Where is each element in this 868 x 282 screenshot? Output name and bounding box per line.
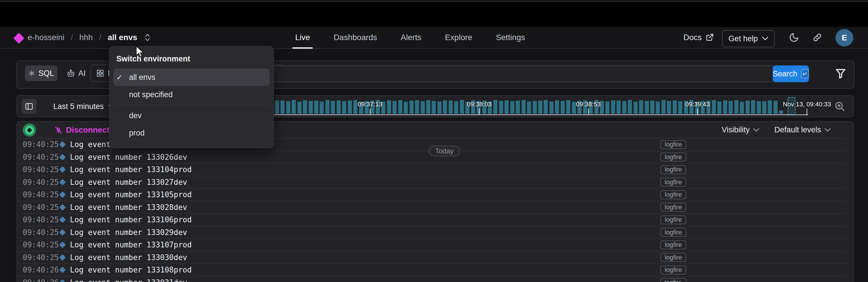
log-row[interactable]: 09:40:25Log event number 133029devlogfir… xyxy=(17,226,846,239)
histogram-bar xyxy=(298,102,302,114)
time-tick xyxy=(588,109,589,114)
log-row[interactable]: 09:40:25Log event number 133027devlogfir… xyxy=(17,176,846,189)
avatar-initial: E xyxy=(842,33,847,43)
log-timestamp: 09:40:25 xyxy=(23,241,59,249)
log-level-diamond-icon xyxy=(59,217,66,223)
zoom-in-button[interactable] xyxy=(834,100,846,112)
histogram-bar xyxy=(723,100,727,114)
top-highlight-line xyxy=(0,1,868,1)
search-button[interactable]: Search ↵ xyxy=(773,65,809,82)
env-option-dev[interactable]: dev xyxy=(114,107,270,124)
query-input[interactable] xyxy=(272,65,774,82)
log-message: Log event number 133108prod xyxy=(70,265,192,274)
histogram-bar xyxy=(617,101,621,114)
default-levels-label: Default levels xyxy=(774,125,821,134)
docs-label: Docs xyxy=(683,33,702,42)
env-option-all-envs[interactable]: ✓all envs xyxy=(114,68,270,86)
user-avatar[interactable]: E xyxy=(835,29,853,47)
log-row[interactable]: 09:40:25Log event number 133028devlogfir… xyxy=(17,201,846,214)
histogram-bar xyxy=(538,101,542,114)
histogram-bar xyxy=(516,101,520,114)
histogram-bar xyxy=(650,101,654,114)
env-option-not-specified[interactable]: not specified xyxy=(114,86,270,103)
histogram-bar xyxy=(633,102,638,114)
top-black-bar xyxy=(0,0,868,27)
log-row[interactable]: 09:40:25Log event number 133107prodlogfi… xyxy=(17,239,846,251)
environment-switcher-trigger[interactable]: all envs xyxy=(108,33,137,42)
histogram-bar xyxy=(645,101,649,114)
menu-divider xyxy=(114,105,269,105)
scope-badge: logfire xyxy=(660,228,686,237)
histogram-bar xyxy=(331,101,335,114)
breadcrumb-separator: / xyxy=(71,33,73,42)
tab-live[interactable]: Live xyxy=(295,27,310,48)
histogram-bar xyxy=(286,101,290,114)
updown-chevron-icon[interactable] xyxy=(144,33,151,42)
log-timestamp: 09:40:25 xyxy=(23,253,59,262)
docs-link[interactable]: Docs xyxy=(683,27,714,48)
log-timestamp: 09:40:25 xyxy=(23,190,59,199)
visibility-label: Visibility xyxy=(722,125,750,134)
time-range-selector[interactable]: Last 5 minutes xyxy=(53,96,114,117)
breadcrumb-project[interactable]: hhh xyxy=(79,33,93,42)
log-row[interactable]: 09:40:26Log event number 133031devlogfir… xyxy=(17,277,846,282)
log-timestamp: 09:40:25 xyxy=(23,178,59,187)
log-message: Log event number 133029dev xyxy=(70,228,187,237)
log-row[interactable]: 09:40:25Log event number 133030devlogfir… xyxy=(17,251,846,264)
histogram-bar xyxy=(499,101,503,114)
link-icon xyxy=(812,33,822,43)
histogram-bar xyxy=(504,100,508,114)
histogram-bar xyxy=(522,100,526,114)
histogram-bar xyxy=(280,101,284,114)
env-option-label: prod xyxy=(129,129,145,138)
sql-mode-button[interactable]: SQL xyxy=(25,65,57,81)
disconnect-label: Disconnect xyxy=(66,125,110,135)
log-row[interactable]: 09:40:25Log event number 133105prodlogfi… xyxy=(17,189,846,201)
chevron-down-icon xyxy=(753,128,760,132)
chevron-down-icon xyxy=(825,128,831,132)
dark-mode-toggle[interactable] xyxy=(788,31,800,44)
tab-alerts[interactable]: Alerts xyxy=(401,27,421,48)
log-level-diamond-icon xyxy=(59,279,66,282)
log-message: Log event number 133107prod xyxy=(70,241,192,249)
log-row[interactable]: 09:40:26Log event number 133108prodlogfi… xyxy=(17,264,846,277)
funnel-icon xyxy=(834,67,847,80)
check-icon: ✓ xyxy=(116,73,129,82)
log-level-diamond-icon xyxy=(59,254,66,261)
unplug-icon xyxy=(54,125,63,135)
external-link-icon xyxy=(705,33,714,42)
breadcrumb-org[interactable]: e-hosseini xyxy=(28,33,64,42)
ai-mode-button[interactable]: AI xyxy=(62,65,90,81)
histogram-bar xyxy=(320,102,324,114)
log-row[interactable]: 09:40:25Log event number 133106prodlogfi… xyxy=(17,214,846,226)
scope-badge: logfire xyxy=(660,265,686,275)
disconnect-button[interactable]: Disconnect xyxy=(54,122,110,138)
scope-badge: logfire xyxy=(660,178,686,187)
histogram-bar xyxy=(404,102,408,114)
histogram-bar xyxy=(398,100,402,114)
tab-settings[interactable]: Settings xyxy=(496,27,525,48)
ai-label: AI xyxy=(78,69,86,78)
log-row[interactable]: 09:40:25Log event number 133104prodlogfi… xyxy=(17,164,846,176)
moon-icon xyxy=(789,32,799,43)
toggle-sidebar-button[interactable] xyxy=(22,99,37,114)
time-tick xyxy=(807,109,807,114)
tab-dashboards[interactable]: Dashboards xyxy=(334,27,377,48)
tab-explore[interactable]: Explore xyxy=(445,27,472,48)
log-timestamp: 09:40:25 xyxy=(23,140,59,149)
time-tick-label: 09:38:03 xyxy=(467,101,492,108)
visibility-menu[interactable]: Visibility xyxy=(722,125,760,134)
get-help-button[interactable]: Get help xyxy=(722,30,775,47)
breadcrumb-separator: / xyxy=(99,33,101,42)
histogram-bar xyxy=(768,100,772,114)
default-levels-menu[interactable]: Default levels xyxy=(774,125,831,134)
panel-left-icon xyxy=(25,102,33,111)
time-tick xyxy=(479,109,479,114)
histogram-bar xyxy=(673,100,677,114)
histogram-bar xyxy=(667,101,671,114)
copy-link-button[interactable] xyxy=(811,31,824,44)
filter-button[interactable] xyxy=(834,67,847,80)
env-option-prod[interactable]: prod xyxy=(114,124,270,142)
log-level-diamond-icon xyxy=(59,192,66,198)
search-button-label: Search xyxy=(773,69,798,79)
